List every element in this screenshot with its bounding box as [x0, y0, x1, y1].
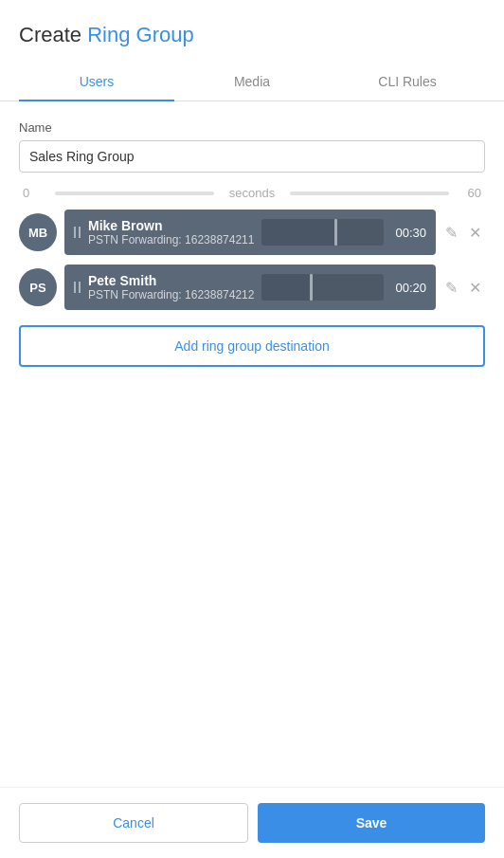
title-prefix: Create: [19, 23, 81, 46]
member-sub-mb: PSTN Forwarding: 16238874211: [88, 233, 254, 246]
member-name-ps: Pete Smith: [88, 273, 254, 288]
drag-handle-ps[interactable]: [74, 282, 81, 293]
slider-track[interactable]: [55, 192, 214, 195]
member-bar-ps: Pete Smith PSTN Forwarding: 16238874212 …: [64, 265, 436, 310]
inner-bar-fill-ps: [261, 274, 310, 301]
delete-icon-ps[interactable]: ✕: [465, 277, 485, 299]
member-info-mb: Mike Brown PSTN Forwarding: 16238874211: [88, 218, 254, 246]
bar-progress-mb[interactable]: [261, 219, 384, 246]
edit-icon-ps[interactable]: ✎: [441, 277, 461, 299]
member-info-ps: Pete Smith PSTN Forwarding: 16238874212: [88, 273, 254, 301]
slider-max-label: 60: [459, 186, 481, 200]
inner-bar-fill-mb: [261, 219, 334, 246]
member-bar-mb: Mike Brown PSTN Forwarding: 16238874211 …: [64, 210, 436, 255]
inner-bar-bg-mb: [261, 219, 384, 246]
slider-mid-label: seconds: [224, 186, 280, 200]
tab-users[interactable]: Users: [19, 63, 174, 100]
avatar-mb: MB: [19, 213, 57, 251]
bar-time-ps: 00:20: [393, 281, 426, 295]
inner-bar-handle-ps: [310, 274, 313, 301]
bar-left-mb: Mike Brown PSTN Forwarding: 16238874211: [74, 218, 254, 246]
bar-left-ps: Pete Smith PSTN Forwarding: 16238874212: [74, 273, 254, 301]
name-label: Name: [19, 120, 485, 135]
member-actions-mb: ✎ ✕: [441, 222, 485, 244]
inner-bar-handle-mb: [334, 219, 337, 246]
tabs-bar: Users Media CLI Rules: [0, 63, 504, 101]
edit-icon-mb[interactable]: ✎: [441, 222, 461, 244]
avatar-ps: PS: [19, 268, 57, 306]
name-input[interactable]: [19, 140, 485, 173]
tab-cli-rules[interactable]: CLI Rules: [330, 63, 485, 100]
slider-min-label: 0: [23, 186, 45, 200]
member-name-mb: Mike Brown: [88, 218, 254, 233]
page-wrapper: Create Ring Group Users Media CLI Rules …: [0, 0, 504, 858]
main-content: Name 0 seconds 60 MB: [0, 101, 504, 858]
slider-track-right[interactable]: [290, 192, 449, 195]
cancel-button[interactable]: Cancel: [19, 803, 248, 843]
member-actions-ps: ✎ ✕: [441, 277, 485, 299]
member-sub-ps: PSTN Forwarding: 16238874212: [88, 288, 254, 301]
bar-time-mb: 00:30: [393, 226, 426, 240]
page-header: Create Ring Group: [0, 0, 504, 63]
add-destination-button[interactable]: Add ring group destination: [19, 325, 485, 367]
member-row: PS Pete Smith PSTN Forwarding: 162388742…: [19, 265, 485, 310]
footer: Cancel Save: [0, 787, 504, 858]
slider-row: 0 seconds 60: [19, 186, 485, 200]
delete-icon-mb[interactable]: ✕: [465, 222, 485, 244]
page-title: Create Ring Group: [19, 23, 485, 47]
members-list: MB Mike Brown PSTN Forwarding: 162388742…: [19, 210, 485, 310]
tab-media[interactable]: Media: [174, 63, 330, 100]
title-highlight: Ring Group: [87, 23, 194, 46]
name-field-group: Name: [19, 120, 485, 173]
bar-progress-ps[interactable]: [261, 274, 384, 301]
inner-bar-bg-ps: [261, 274, 384, 301]
drag-handle-mb[interactable]: [74, 227, 81, 238]
member-row: MB Mike Brown PSTN Forwarding: 162388742…: [19, 210, 485, 255]
save-button[interactable]: Save: [258, 803, 485, 843]
